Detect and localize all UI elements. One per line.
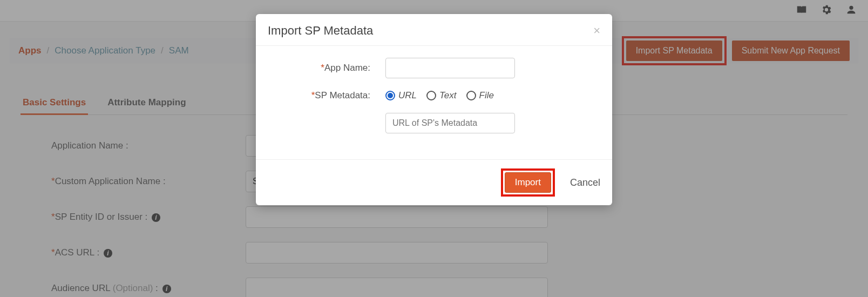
modal-label-app-name: *App Name: xyxy=(272,63,385,73)
import-sp-metadata-modal: Import SP Metadata × *App Name: *SP Meta… xyxy=(256,14,612,205)
radio-group: URL Text File xyxy=(385,90,494,101)
modal-label-sp-metadata-text: SP Metadata: xyxy=(315,90,370,100)
radio-circle xyxy=(466,91,476,100)
modal-label-sp-metadata: *SP Metadata: xyxy=(272,90,385,101)
modal-body: *App Name: *SP Metadata: URL Text File xyxy=(256,46,612,160)
modal-input-app-name[interactable] xyxy=(385,58,515,78)
radio-circle-checked xyxy=(385,91,395,100)
highlight-import-btn: Import xyxy=(501,168,555,197)
close-icon[interactable]: × xyxy=(593,24,600,38)
radio-url-label: URL xyxy=(398,90,417,101)
radio-file-label: File xyxy=(479,90,494,101)
modal-title: Import SP Metadata xyxy=(268,24,373,38)
cancel-button[interactable]: Cancel xyxy=(570,177,600,188)
modal-row-app-name: *App Name: xyxy=(272,58,596,78)
radio-file[interactable]: File xyxy=(466,90,494,101)
radio-url[interactable]: URL xyxy=(385,90,417,101)
modal-label-app-name-text: App Name: xyxy=(324,63,370,73)
modal-footer: Import Cancel xyxy=(256,160,612,205)
modal-input-metadata-url[interactable] xyxy=(385,113,515,133)
import-button[interactable]: Import xyxy=(505,172,551,193)
modal-row-sp-metadata: *SP Metadata: URL Text File xyxy=(272,90,596,101)
radio-text-label: Text xyxy=(439,90,457,101)
modal-header: Import SP Metadata × xyxy=(256,14,612,46)
radio-circle xyxy=(426,91,436,100)
radio-text[interactable]: Text xyxy=(426,90,457,101)
modal-row-metadata-url xyxy=(272,113,596,133)
